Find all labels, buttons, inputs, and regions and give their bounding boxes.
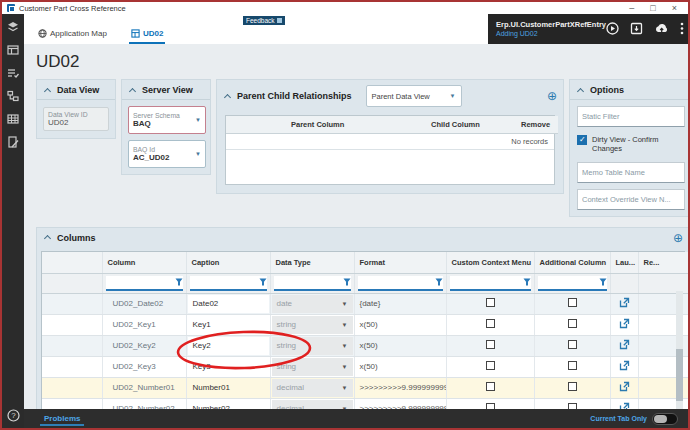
launch-icon[interactable] — [619, 318, 630, 329]
collapse-chevron-icon[interactable] — [44, 87, 51, 94]
additional-column-checkbox[interactable] — [568, 319, 577, 328]
filter-funnel-icon[interactable] — [343, 278, 351, 286]
table-row[interactable]: UD02_Number01Number01decimal▼>>>>>>>>>9.… — [42, 377, 688, 398]
additional-column-checkbox[interactable] — [568, 361, 577, 370]
save-layout-icon[interactable] — [630, 22, 643, 37]
caption-cell[interactable]: Key1 — [186, 314, 270, 335]
tab-ud02[interactable]: UD02 — [129, 26, 165, 44]
table-row[interactable]: UD02_Date02Date02date▼{date} — [42, 293, 688, 314]
grid-filter-input[interactable] — [358, 276, 435, 289]
add-relationship-icon[interactable]: ⊕ — [547, 91, 557, 101]
tab-problems[interactable]: Problems — [40, 412, 84, 426]
row-selector[interactable] — [42, 335, 102, 356]
table-row[interactable]: UD02_Number02Number02decimal▼>>>>>>>>>9.… — [42, 398, 688, 409]
parent-data-view-dropdown[interactable]: Parent Data View ▼ — [366, 85, 462, 107]
additional-column-checkbox[interactable] — [568, 382, 577, 391]
additional-column-checkbox[interactable] — [568, 340, 577, 349]
server-schema-dropdown[interactable]: Server SchemaBAQ ▼ — [128, 106, 206, 134]
data-type-dropdown[interactable]: decimal▼ — [270, 398, 354, 409]
caption-cell[interactable]: Date02 — [186, 293, 270, 314]
launch-cell[interactable] — [610, 377, 638, 398]
launch-cell[interactable] — [610, 293, 638, 314]
caption-cell[interactable]: Key3 — [186, 356, 270, 377]
grid-filter-input[interactable] — [450, 276, 523, 289]
document-edit-icon[interactable] — [7, 136, 19, 148]
launch-icon[interactable] — [619, 402, 630, 409]
minimize-button[interactable]: – — [629, 3, 634, 13]
current-tab-only-toggle[interactable] — [652, 413, 678, 425]
flow-icon[interactable] — [7, 90, 19, 102]
feedback-badge[interactable]: Feedback — [243, 16, 285, 25]
table-row[interactable]: UD02_Key2Key2string▼x(50) — [42, 335, 688, 356]
grid-icon[interactable] — [7, 113, 19, 125]
launch-icon[interactable] — [619, 297, 630, 308]
row-selector[interactable] — [42, 377, 102, 398]
collapse-chevron-icon[interactable] — [44, 235, 51, 242]
filter-funnel-icon[interactable] — [599, 278, 607, 286]
launch-cell[interactable] — [610, 314, 638, 335]
custom-context-menu-checkbox[interactable] — [486, 382, 495, 391]
grid-filter-input[interactable] — [538, 276, 599, 289]
collapse-chevron-icon[interactable] — [129, 87, 136, 94]
launch-icon[interactable] — [619, 360, 630, 371]
data-type-dropdown[interactable]: string▼ — [270, 335, 354, 356]
caption-cell[interactable]: Number02 — [186, 398, 270, 409]
launch-icon[interactable] — [619, 381, 630, 392]
row-selector[interactable] — [42, 314, 102, 335]
grid-filter-input[interactable] — [106, 276, 175, 289]
help-icon[interactable]: ? — [7, 409, 20, 422]
close-button[interactable]: × — [672, 3, 677, 13]
collapse-chevron-icon[interactable] — [577, 87, 584, 94]
grid-filter-input[interactable] — [190, 276, 259, 289]
additional-column-checkbox[interactable] — [568, 403, 577, 409]
filter-funnel-icon[interactable] — [523, 278, 531, 286]
baq-id-dropdown[interactable]: BAQ IdAC_UD02 ▼ — [128, 140, 206, 168]
scrollbar-thumb[interactable] — [676, 349, 683, 401]
overflow-menu-icon[interactable] — [680, 22, 684, 37]
collapse-chevron-icon[interactable] — [224, 93, 231, 100]
custom-context-menu-checkbox[interactable] — [486, 340, 495, 349]
caption-cell[interactable]: Number01 — [186, 377, 270, 398]
layers-icon[interactable] — [7, 21, 19, 33]
grid-filter-input[interactable] — [274, 276, 343, 289]
launch-cell[interactable] — [610, 398, 638, 409]
format-cell[interactable]: x(50) — [354, 335, 446, 356]
launch-cell[interactable] — [610, 356, 638, 377]
data-type-dropdown[interactable]: decimal▼ — [270, 377, 354, 398]
format-cell[interactable]: >>>>>>>>>9.999999999 — [354, 398, 446, 409]
data-type-dropdown[interactable]: string▼ — [270, 314, 354, 335]
dirty-view-checkbox[interactable] — [577, 135, 587, 145]
format-cell[interactable]: >>>>>>>>>9.999999999 — [354, 377, 446, 398]
tab-application-map[interactable]: Application Map — [36, 26, 109, 44]
table-row[interactable]: UD02_Key1Key1string▼x(50) — [42, 314, 688, 335]
filter-funnel-icon[interactable] — [259, 278, 267, 286]
launch-cell[interactable] — [610, 335, 638, 356]
additional-column-checkbox[interactable] — [568, 298, 577, 307]
custom-context-menu-checkbox[interactable] — [486, 319, 495, 328]
format-cell[interactable]: {date} — [354, 293, 446, 314]
row-selector[interactable] — [42, 398, 102, 409]
debug-play-icon[interactable] — [606, 22, 619, 37]
custom-context-menu-checkbox[interactable] — [486, 403, 495, 409]
row-selector[interactable] — [42, 293, 102, 314]
custom-context-menu-checkbox[interactable] — [486, 361, 495, 370]
add-column-icon[interactable]: ⊕ — [673, 233, 683, 243]
memo-table-name-input[interactable] — [577, 162, 685, 183]
launch-icon[interactable] — [619, 339, 630, 350]
list-check-icon[interactable] — [7, 67, 19, 79]
grid-scrollbar[interactable] — [676, 291, 683, 409]
context-override-input[interactable] — [577, 189, 685, 210]
caption-cell[interactable]: Key2 — [186, 335, 270, 356]
data-type-dropdown[interactable]: date▼ — [270, 293, 354, 314]
format-cell[interactable]: x(50) — [354, 356, 446, 377]
publish-cloud-icon[interactable] — [654, 22, 669, 37]
filter-funnel-icon[interactable] — [175, 278, 183, 286]
maximize-button[interactable]: □ — [650, 3, 655, 13]
custom-context-menu-checkbox[interactable] — [486, 298, 495, 307]
row-selector[interactable] — [42, 356, 102, 377]
data-type-dropdown[interactable]: string▼ — [270, 356, 354, 377]
filter-funnel-icon[interactable] — [435, 278, 443, 286]
static-filter-input[interactable] — [577, 106, 685, 127]
format-cell[interactable]: x(50) — [354, 314, 446, 335]
navigation-tree-icon[interactable] — [7, 44, 19, 56]
